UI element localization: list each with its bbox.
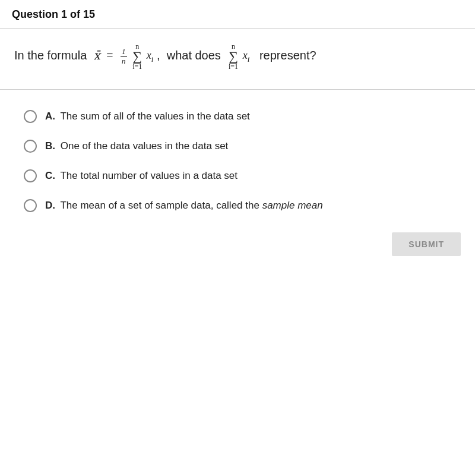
option-b-label: B. One of the data values in the data se… xyxy=(45,140,228,152)
option-d-text-italic: sample mean xyxy=(262,200,323,211)
submit-button[interactable]: SUBMIT xyxy=(392,232,461,256)
option-b-letter: B. xyxy=(45,140,55,152)
option-d-letter: D. xyxy=(45,200,55,211)
option-c-label: C. The total number of values in a data … xyxy=(45,170,238,182)
bottom-divider xyxy=(0,89,475,90)
option-c-row[interactable]: C. The total number of values in a data … xyxy=(14,161,461,191)
question-suffix: represent? xyxy=(253,49,316,62)
fraction-1-n: 1 n xyxy=(121,48,127,65)
radio-c[interactable] xyxy=(24,169,37,182)
option-d-row[interactable]: D. The mean of a set of sample data, cal… xyxy=(14,191,461,220)
xi-term-1: xi xyxy=(147,49,154,61)
option-a-text: The sum of all of the values in the data… xyxy=(60,111,249,122)
radio-a[interactable] xyxy=(24,110,37,123)
options-container: A. The sum of all of the values in the d… xyxy=(0,102,475,220)
sigma-1: n ∑ i=1 xyxy=(132,43,142,70)
radio-d[interactable] xyxy=(24,199,37,212)
option-d-text-before: The mean of a set of sample data, called… xyxy=(60,200,262,211)
submit-area: SUBMIT xyxy=(0,220,475,268)
xbar-symbol: x̄ xyxy=(93,49,100,62)
option-a-letter: A. xyxy=(45,111,55,122)
xi-term-2: xi xyxy=(243,49,250,61)
comma-separator: , what does xyxy=(157,49,224,62)
option-b-row[interactable]: B. One of the data values in the data se… xyxy=(14,131,461,161)
question-counter: Question 1 of 15 xyxy=(12,8,95,20)
option-c-text: The total number of values in a data set xyxy=(60,170,238,181)
option-c-letter: C. xyxy=(45,170,55,181)
equals-sign: = xyxy=(103,49,116,62)
question-prefix: In the formula xyxy=(14,49,90,62)
option-a-label: A. The sum of all of the values in the d… xyxy=(45,111,250,122)
option-d-label: D. The mean of a set of sample data, cal… xyxy=(45,200,323,212)
radio-b[interactable] xyxy=(24,140,37,153)
question-text: In the formula x̄ = 1 n n ∑ i=1 xi , wha… xyxy=(14,43,461,70)
sigma-2: n ∑ i=1 xyxy=(229,43,238,70)
option-b-text: One of the data values in the data set xyxy=(61,140,229,152)
option-a-row[interactable]: A. The sum of all of the values in the d… xyxy=(14,102,461,131)
